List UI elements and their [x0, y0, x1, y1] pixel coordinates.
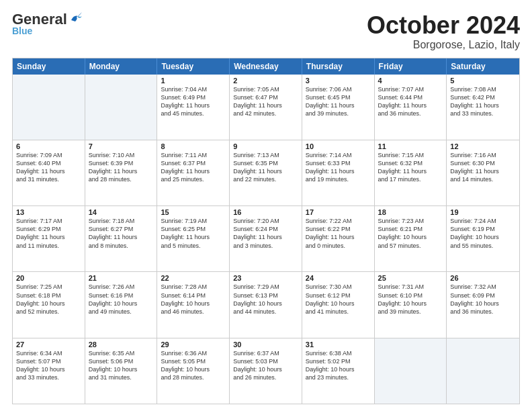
- cell-content: Sunrise: 7:25 AM Sunset: 6:18 PM Dayligh…: [16, 283, 81, 316]
- header-day-wednesday: Wednesday: [230, 58, 302, 75]
- day-number: 26: [450, 274, 516, 282]
- day-number: 25: [378, 274, 443, 282]
- calendar-header: SundayMondayTuesdayWednesdayThursdayFrid…: [13, 58, 519, 75]
- day-number: 28: [89, 340, 154, 349]
- calendar-cell: 17Sunrise: 7:22 AM Sunset: 6:22 PM Dayli…: [302, 206, 375, 271]
- calendar-cell: 16Sunrise: 7:20 AM Sunset: 6:24 PM Dayli…: [230, 206, 302, 271]
- logo: General Blue: [12, 12, 83, 36]
- cell-content: Sunrise: 7:23 AM Sunset: 6:21 PM Dayligh…: [378, 217, 443, 250]
- logo-blue: Blue: [12, 26, 32, 36]
- day-number: 5: [450, 77, 516, 85]
- calendar-cell: 13Sunrise: 7:17 AM Sunset: 6:29 PM Dayli…: [13, 206, 85, 271]
- calendar-title: October 2024: [367, 12, 520, 39]
- calendar-cell: 4Sunrise: 7:07 AM Sunset: 6:44 PM Daylig…: [375, 75, 447, 140]
- day-number: 3: [306, 77, 371, 85]
- day-number: 21: [89, 274, 154, 282]
- day-number: 14: [89, 208, 154, 216]
- calendar-cell: 5Sunrise: 7:08 AM Sunset: 6:42 PM Daylig…: [447, 75, 519, 140]
- calendar-cell: 18Sunrise: 7:23 AM Sunset: 6:21 PM Dayli…: [375, 206, 447, 271]
- calendar-cell: 12Sunrise: 7:16 AM Sunset: 6:30 PM Dayli…: [447, 140, 519, 205]
- page: General Blue October 2024 Borgorose, Laz…: [0, 0, 532, 411]
- cell-content: Sunrise: 7:04 AM Sunset: 6:49 PM Dayligh…: [161, 85, 226, 118]
- day-number: 1: [161, 77, 226, 85]
- calendar-cell: 31Sunrise: 6:38 AM Sunset: 5:02 PM Dayli…: [302, 338, 375, 404]
- calendar-body: 1Sunrise: 7:04 AM Sunset: 6:49 PM Daylig…: [13, 75, 519, 404]
- day-number: 12: [450, 142, 516, 150]
- cell-content: Sunrise: 7:24 AM Sunset: 6:19 PM Dayligh…: [450, 217, 516, 250]
- calendar-cell: 26Sunrise: 7:32 AM Sunset: 6:09 PM Dayli…: [447, 272, 519, 337]
- calendar-row: 13Sunrise: 7:17 AM Sunset: 6:29 PM Dayli…: [13, 205, 519, 271]
- cell-content: Sunrise: 7:13 AM Sunset: 6:35 PM Dayligh…: [233, 151, 298, 184]
- day-number: 6: [16, 142, 81, 150]
- calendar-cell: 1Sunrise: 7:04 AM Sunset: 6:49 PM Daylig…: [157, 75, 230, 140]
- calendar-cell: 9Sunrise: 7:13 AM Sunset: 6:35 PM Daylig…: [230, 140, 302, 205]
- day-number: 23: [233, 274, 298, 282]
- day-number: 2: [233, 77, 298, 85]
- cell-content: Sunrise: 7:16 AM Sunset: 6:30 PM Dayligh…: [450, 151, 516, 184]
- cell-content: Sunrise: 7:22 AM Sunset: 6:22 PM Dayligh…: [306, 217, 371, 250]
- day-number: 13: [16, 208, 81, 216]
- cell-content: Sunrise: 7:06 AM Sunset: 6:45 PM Dayligh…: [306, 85, 371, 118]
- cell-content: Sunrise: 7:28 AM Sunset: 6:14 PM Dayligh…: [161, 283, 226, 316]
- cell-content: Sunrise: 7:15 AM Sunset: 6:32 PM Dayligh…: [378, 151, 443, 184]
- header-day-thursday: Thursday: [302, 58, 375, 75]
- calendar-row: 1Sunrise: 7:04 AM Sunset: 6:49 PM Daylig…: [13, 75, 519, 140]
- header-day-friday: Friday: [375, 58, 447, 75]
- calendar-cell: 20Sunrise: 7:25 AM Sunset: 6:18 PM Dayli…: [13, 272, 85, 337]
- calendar-cell: 28Sunrise: 6:35 AM Sunset: 5:06 PM Dayli…: [85, 338, 158, 404]
- calendar-cell: 7Sunrise: 7:10 AM Sunset: 6:39 PM Daylig…: [85, 140, 158, 205]
- calendar-cell: 24Sunrise: 7:30 AM Sunset: 6:12 PM Dayli…: [302, 272, 375, 337]
- cell-content: Sunrise: 7:05 AM Sunset: 6:47 PM Dayligh…: [233, 85, 298, 118]
- cell-content: Sunrise: 7:30 AM Sunset: 6:12 PM Dayligh…: [306, 283, 371, 316]
- calendar-cell: 3Sunrise: 7:06 AM Sunset: 6:45 PM Daylig…: [302, 75, 375, 140]
- cell-content: Sunrise: 6:37 AM Sunset: 5:03 PM Dayligh…: [233, 349, 298, 382]
- calendar-cell: 29Sunrise: 6:36 AM Sunset: 5:05 PM Dayli…: [157, 338, 230, 404]
- header: General Blue October 2024 Borgorose, Laz…: [12, 12, 520, 51]
- cell-content: Sunrise: 7:14 AM Sunset: 6:33 PM Dayligh…: [306, 151, 371, 184]
- calendar-cell: [85, 75, 158, 140]
- title-block: October 2024 Borgorose, Lazio, Italy: [367, 12, 520, 51]
- cell-content: Sunrise: 7:18 AM Sunset: 6:27 PM Dayligh…: [89, 217, 154, 250]
- cell-content: Sunrise: 7:08 AM Sunset: 6:42 PM Dayligh…: [450, 85, 516, 118]
- day-number: 8: [161, 142, 226, 150]
- day-number: 24: [306, 274, 371, 282]
- cell-content: Sunrise: 6:34 AM Sunset: 5:07 PM Dayligh…: [16, 349, 81, 382]
- calendar-subtitle: Borgorose, Lazio, Italy: [367, 39, 520, 51]
- cell-content: Sunrise: 7:09 AM Sunset: 6:40 PM Dayligh…: [16, 151, 81, 184]
- cell-content: Sunrise: 6:38 AM Sunset: 5:02 PM Dayligh…: [306, 349, 371, 382]
- cell-content: Sunrise: 7:31 AM Sunset: 6:10 PM Dayligh…: [378, 283, 443, 316]
- calendar-cell: [375, 338, 447, 404]
- calendar-cell: [13, 75, 85, 140]
- day-number: 17: [306, 208, 371, 216]
- calendar-cell: 21Sunrise: 7:26 AM Sunset: 6:16 PM Dayli…: [85, 272, 158, 337]
- calendar-cell: [447, 338, 519, 404]
- calendar-row: 20Sunrise: 7:25 AM Sunset: 6:18 PM Dayli…: [13, 271, 519, 337]
- header-day-sunday: Sunday: [13, 58, 85, 75]
- logo-bird-icon: [69, 11, 83, 26]
- day-number: 31: [306, 340, 371, 349]
- day-number: 10: [306, 142, 371, 150]
- cell-content: Sunrise: 6:36 AM Sunset: 5:05 PM Dayligh…: [161, 349, 226, 382]
- day-number: 16: [233, 208, 298, 216]
- day-number: 30: [233, 340, 298, 349]
- calendar-cell: 23Sunrise: 7:29 AM Sunset: 6:13 PM Dayli…: [230, 272, 302, 337]
- cell-content: Sunrise: 7:10 AM Sunset: 6:39 PM Dayligh…: [89, 151, 154, 184]
- calendar-cell: 10Sunrise: 7:14 AM Sunset: 6:33 PM Dayli…: [302, 140, 375, 205]
- day-number: 20: [16, 274, 81, 282]
- calendar-cell: 2Sunrise: 7:05 AM Sunset: 6:47 PM Daylig…: [230, 75, 302, 140]
- cell-content: Sunrise: 7:32 AM Sunset: 6:09 PM Dayligh…: [450, 283, 516, 316]
- calendar-cell: 6Sunrise: 7:09 AM Sunset: 6:40 PM Daylig…: [13, 140, 85, 205]
- header-day-monday: Monday: [85, 58, 158, 75]
- cell-content: Sunrise: 7:07 AM Sunset: 6:44 PM Dayligh…: [378, 85, 443, 118]
- calendar-cell: 11Sunrise: 7:15 AM Sunset: 6:32 PM Dayli…: [375, 140, 447, 205]
- day-number: 7: [89, 142, 154, 150]
- cell-content: Sunrise: 7:11 AM Sunset: 6:37 PM Dayligh…: [161, 151, 226, 184]
- calendar-row: 6Sunrise: 7:09 AM Sunset: 6:40 PM Daylig…: [13, 140, 519, 205]
- calendar-cell: 14Sunrise: 7:18 AM Sunset: 6:27 PM Dayli…: [85, 206, 158, 271]
- day-number: 27: [16, 340, 81, 349]
- day-number: 11: [378, 142, 443, 150]
- day-number: 15: [161, 208, 226, 216]
- cell-content: Sunrise: 7:19 AM Sunset: 6:25 PM Dayligh…: [161, 217, 226, 250]
- cell-content: Sunrise: 7:17 AM Sunset: 6:29 PM Dayligh…: [16, 217, 81, 250]
- calendar-cell: 19Sunrise: 7:24 AM Sunset: 6:19 PM Dayli…: [447, 206, 519, 271]
